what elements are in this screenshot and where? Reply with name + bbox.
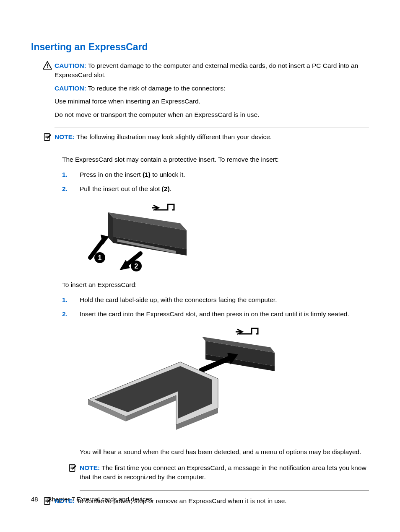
caution-icon <box>43 61 52 70</box>
note-callout-1: NOTE: The following illustration may loo… <box>55 132 369 150</box>
page-footer: 48 Chapter 7 External cards and devices <box>31 495 152 504</box>
svg-text:2: 2 <box>135 263 138 270</box>
steps-list-2: 1. Hold the card label-side up, with the… <box>62 295 369 490</box>
steps-list-1: 1. Press in on the insert (1) to unlock … <box>62 170 369 193</box>
note-label-1: NOTE: <box>55 133 75 140</box>
step-text: Hold the card label-side up, with the co… <box>80 295 369 305</box>
note-icon <box>68 463 77 472</box>
caution-text-3: Use minimal force when inserting an Expr… <box>55 97 369 106</box>
note-body-2: The first time you connect an ExpressCar… <box>80 464 366 480</box>
step-number: 1. <box>62 295 80 305</box>
note-text-1: NOTE: The following illustration may loo… <box>55 132 369 142</box>
step-number: 2. <box>62 184 80 194</box>
intro-text-1: The ExpressCard slot may contain a prote… <box>62 155 369 164</box>
intro-text-2: To insert an ExpressCard: <box>62 280 369 289</box>
note-body-1: The following illustration may look slig… <box>76 133 272 140</box>
caution-body-1: To prevent damage to the computer and ex… <box>55 62 358 78</box>
caution-text-1: CAUTION: To prevent damage to the comput… <box>55 61 369 79</box>
page-content: Inserting an ExpressCard CAUTION: To pre… <box>0 0 400 513</box>
note-icon <box>43 132 52 141</box>
step-text: Insert the card into the ExpressCard slo… <box>80 310 369 319</box>
body-section: The ExpressCard slot may contain a prote… <box>62 155 369 490</box>
step-1-1: 1. Press in on the insert (1) to unlock … <box>62 170 369 179</box>
caution-label: CAUTION: <box>55 62 86 69</box>
step-1-2: 2. Pull the insert out of the slot (2). <box>62 184 369 194</box>
caution-text-4: Do not move or transport the computer wh… <box>55 110 369 119</box>
step-2-2: 2. Insert the card into the ExpressCard … <box>62 310 369 491</box>
illustration-remove-insert: 1 2 <box>80 199 369 274</box>
note-text-2: NOTE: The first time you connect an Expr… <box>80 463 369 481</box>
step-number: 1. <box>62 170 80 179</box>
illustration-insert-card <box>80 324 369 442</box>
step-after-text: You will hear a sound when the card has … <box>80 447 369 457</box>
note-callout-2: NOTE: The first time you connect an Expr… <box>80 463 369 490</box>
caution-label-2: CAUTION: <box>55 85 86 92</box>
page-number: 48 <box>31 496 38 503</box>
step-2-1: 1. Hold the card label-side up, with the… <box>62 295 369 305</box>
section-heading: Inserting an ExpressCard <box>31 40 369 54</box>
svg-text:1: 1 <box>98 254 102 261</box>
caution-callout: CAUTION: To prevent damage to the comput… <box>55 61 369 127</box>
caution-text-2: CAUTION: To reduce the risk of damage to… <box>55 84 369 93</box>
caution-body-2: To reduce the risk of damage to the conn… <box>88 85 225 92</box>
note-label-2: NOTE: <box>80 464 100 471</box>
step-text: Press in on the insert (1) to unlock it. <box>80 170 369 179</box>
svg-point-1 <box>47 67 48 68</box>
step-text: Pull the insert out of the slot (2). <box>80 184 369 194</box>
chapter-label: Chapter 7 External cards and devices <box>47 496 152 503</box>
